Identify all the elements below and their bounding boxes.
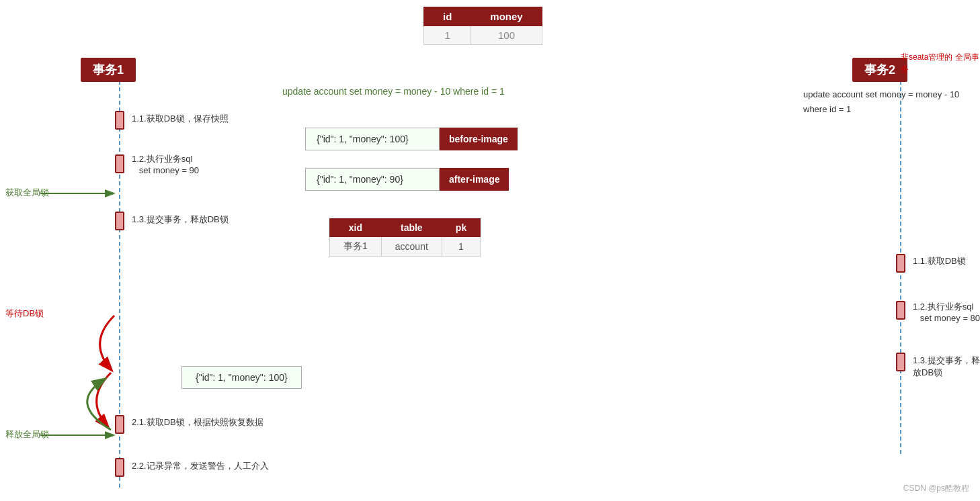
after-image-content: {"id": 1, "money": 90} xyxy=(305,168,440,191)
tx2-step1-text: 1.1.获取DB锁 xyxy=(913,255,966,267)
tx1-step4-text: 2.1.获取DB锁，根据快照恢复数据 xyxy=(132,416,263,428)
after-image-box: {"id": 1, "money": 90} after-image xyxy=(305,168,509,191)
tx2-step3-marker xyxy=(896,353,905,371)
release-global-lock-label: 释放全局锁 xyxy=(5,428,49,441)
top-table: id money 1 100 xyxy=(423,7,542,45)
tx1-step2-text: 1.2.执行业务sql set money = 90 xyxy=(132,153,199,175)
table-row: 1 100 xyxy=(424,26,542,45)
before-image-box: {"id": 1, "money": 100} before-image xyxy=(305,128,518,150)
col-id: id xyxy=(424,7,471,26)
tx1-step3-text: 1.3.提交事务，释放DB锁 xyxy=(132,214,229,226)
cell-money: 100 xyxy=(471,26,542,45)
tx2-label: 事务2 xyxy=(852,58,907,82)
lock-cell-xid: 事务1 xyxy=(330,237,382,257)
tx2-step2-marker xyxy=(896,301,905,320)
tx1-step2-marker xyxy=(115,154,124,173)
tx2-step2-text: 1.2.执行业务sql set money = 80 xyxy=(913,301,980,323)
wait-db-lock-label: 等待DB锁 xyxy=(5,308,44,320)
diagram-container: id money 1 100 事务1 事务2 非seata管理的 全局事务 up… xyxy=(0,0,980,501)
before-image-content: {"id": 1, "money": 100} xyxy=(305,128,440,150)
lock-col-table: table xyxy=(381,219,442,237)
tx2-sql-text: update account set money = money - 10 wh… xyxy=(803,87,980,117)
tx1-step5-text: 2.2.记录异常，发送警告，人工介入 xyxy=(132,460,269,472)
tx1-label: 事务1 xyxy=(81,58,136,82)
tx1-step4-marker xyxy=(115,415,124,434)
tx1-step1-text: 1.1.获取DB锁，保存快照 xyxy=(132,113,229,125)
update-sql-text: update account set money = money - 10 wh… xyxy=(282,86,505,97)
tx1-step3-marker xyxy=(115,212,124,230)
tx2-step3-text: 1.3.提交事务，释放DB锁 xyxy=(913,355,980,379)
lock-table: xid table pk 事务1 account 1 xyxy=(329,218,481,257)
lock-col-xid: xid xyxy=(330,219,382,237)
watermark: CSDN @ps酷教程 xyxy=(903,483,969,494)
get-global-lock-label: 获取全局锁 xyxy=(5,187,49,199)
before-image-label: before-image xyxy=(440,128,518,150)
lock-cell-table: account xyxy=(381,237,442,257)
rollback-box: {"id": 1, "money": 100} xyxy=(181,366,302,389)
lock-table-row: 事务1 account 1 xyxy=(330,237,481,257)
tx2-step1-marker xyxy=(896,254,905,273)
after-image-label: after-image xyxy=(440,168,509,191)
tx1-step5-marker xyxy=(115,458,124,477)
lock-col-pk: pk xyxy=(442,219,480,237)
tx1-step1-marker xyxy=(115,111,124,130)
lock-cell-pk: 1 xyxy=(442,237,480,257)
non-seata-label: 非seata管理的 全局事务 xyxy=(901,51,980,75)
col-money: money xyxy=(471,7,542,26)
cell-id: 1 xyxy=(424,26,471,45)
